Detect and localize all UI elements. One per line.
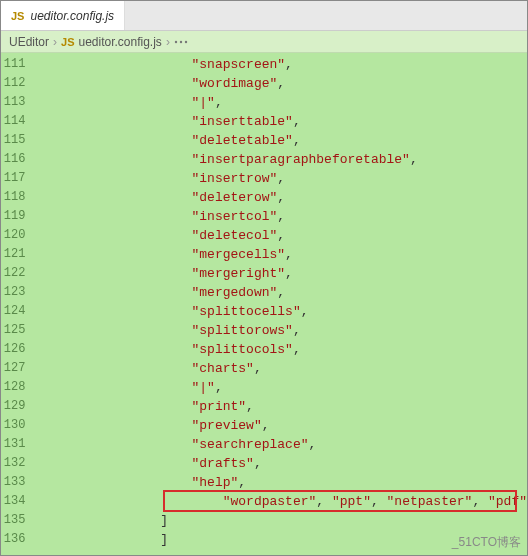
js-icon: JS: [11, 10, 24, 22]
code-line[interactable]: ]: [35, 511, 527, 530]
code-line[interactable]: "splittorows",: [35, 321, 527, 340]
code-line[interactable]: "wordimage",: [35, 74, 527, 93]
line-number: 118: [1, 188, 25, 207]
line-number-gutter: 1111121131141151161171181191201211221231…: [1, 53, 35, 555]
tab-bar: JS ueditor.config.js: [1, 1, 527, 31]
code-line[interactable]: "print",: [35, 397, 527, 416]
line-number: 125: [1, 321, 25, 340]
code-line[interactable]: "charts",: [35, 359, 527, 378]
code-line[interactable]: "deletecol",: [35, 226, 527, 245]
line-number: 115: [1, 131, 25, 150]
watermark: _51CTO博客: [452, 534, 521, 551]
line-number: 116: [1, 150, 25, 169]
line-number: 113: [1, 93, 25, 112]
line-number: 117: [1, 169, 25, 188]
code-line[interactable]: "insertcol",: [35, 207, 527, 226]
line-number: 126: [1, 340, 25, 359]
code-line[interactable]: "inserttable",: [35, 112, 527, 131]
code-line[interactable]: "snapscreen",: [35, 55, 527, 74]
line-number: 129: [1, 397, 25, 416]
code-line[interactable]: "wordpaster", "ppt", "netpaster", "pdf": [35, 492, 527, 511]
code-line[interactable]: "drafts",: [35, 454, 527, 473]
line-number: 134: [1, 492, 25, 511]
breadcrumb-folder[interactable]: UEditor: [9, 35, 49, 49]
code-line[interactable]: "mergedown",: [35, 283, 527, 302]
breadcrumb-more-icon[interactable]: [174, 35, 188, 49]
code-line[interactable]: "preview",: [35, 416, 527, 435]
svg-point-2: [185, 41, 187, 43]
code-line[interactable]: "splittocols",: [35, 340, 527, 359]
line-number: 130: [1, 416, 25, 435]
code-area[interactable]: "snapscreen", "wordimage", "|", "insertt…: [35, 53, 527, 555]
line-number: 119: [1, 207, 25, 226]
code-line[interactable]: "searchreplace",: [35, 435, 527, 454]
line-number: 112: [1, 74, 25, 93]
line-number: 127: [1, 359, 25, 378]
chevron-right-icon: ›: [53, 35, 57, 49]
svg-point-1: [180, 41, 182, 43]
code-line[interactable]: "|",: [35, 93, 527, 112]
line-number: 120: [1, 226, 25, 245]
line-number: 123: [1, 283, 25, 302]
js-icon: JS: [61, 36, 74, 48]
line-number: 133: [1, 473, 25, 492]
code-line[interactable]: "splittocells",: [35, 302, 527, 321]
tab-filename: ueditor.config.js: [30, 9, 114, 23]
breadcrumb: UEditor › JS ueditor.config.js ›: [1, 31, 527, 53]
chevron-right-icon: ›: [166, 35, 170, 49]
line-number: 128: [1, 378, 25, 397]
code-editor[interactable]: 1111121131141151161171181191201211221231…: [1, 53, 527, 555]
code-line[interactable]: "deleterow",: [35, 188, 527, 207]
tab-file[interactable]: JS ueditor.config.js: [1, 1, 125, 30]
line-number: 122: [1, 264, 25, 283]
line-number: 114: [1, 112, 25, 131]
code-line[interactable]: "mergeright",: [35, 264, 527, 283]
line-number: 121: [1, 245, 25, 264]
line-number: 135: [1, 511, 25, 530]
code-line[interactable]: "insertrow",: [35, 169, 527, 188]
code-line[interactable]: "mergecells",: [35, 245, 527, 264]
code-line[interactable]: "|",: [35, 378, 527, 397]
line-number: 132: [1, 454, 25, 473]
code-line[interactable]: "deletetable",: [35, 131, 527, 150]
breadcrumb-filename[interactable]: ueditor.config.js: [78, 35, 161, 49]
line-number: 131: [1, 435, 25, 454]
svg-point-0: [175, 41, 177, 43]
line-number: 136: [1, 530, 25, 549]
line-number: 111: [1, 55, 25, 74]
line-number: 124: [1, 302, 25, 321]
code-line[interactable]: "insertparagraphbeforetable",: [35, 150, 527, 169]
code-line[interactable]: "help",: [35, 473, 527, 492]
